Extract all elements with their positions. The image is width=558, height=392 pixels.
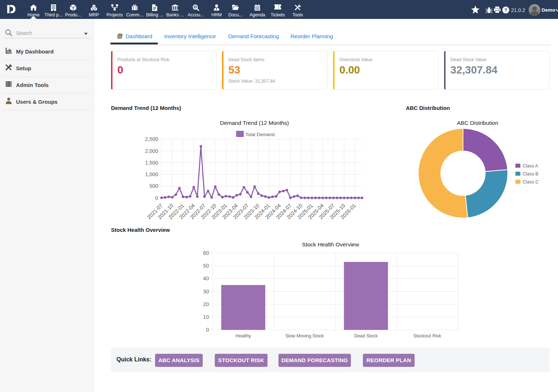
svg-text:Demand Trend (12 Months): Demand Trend (12 Months) — [220, 120, 289, 126]
svg-text:20: 20 — [203, 301, 209, 307]
svg-text:Stock Health Overview: Stock Health Overview — [302, 241, 360, 248]
svg-text:Class C: Class C — [523, 179, 539, 185]
svg-text:10: 10 — [203, 314, 209, 320]
svg-text:Class B: Class B — [523, 171, 538, 177]
svg-text:1,500: 1,500 — [145, 160, 158, 166]
svg-text:Stockout Risk: Stockout Risk — [413, 333, 442, 338]
svg-text:Slow Moving Stock: Slow Moving Stock — [285, 333, 324, 338]
svg-text:ABC Distribution: ABC Distribution — [457, 120, 498, 126]
svg-text:Dead Stock: Dead Stock — [354, 333, 378, 338]
svg-text:60: 60 — [203, 250, 209, 256]
svg-text:2,500: 2,500 — [145, 136, 158, 142]
svg-text:2,000: 2,000 — [145, 148, 158, 154]
svg-text:Healthy: Healthy — [236, 333, 251, 338]
svg-text:0: 0 — [155, 195, 158, 201]
svg-text:?: ? — [504, 7, 507, 13]
svg-text:Total Demand: Total Demand — [245, 132, 274, 137]
svg-text:40: 40 — [203, 276, 209, 281]
svg-text:30: 30 — [203, 289, 209, 294]
svg-text:1,000: 1,000 — [145, 171, 158, 177]
svg-text:Class A: Class A — [523, 163, 538, 169]
svg-text:0: 0 — [206, 327, 209, 333]
svg-text:$: $ — [194, 5, 196, 9]
svg-text:50: 50 — [203, 263, 209, 269]
svg-text:500: 500 — [149, 183, 158, 189]
